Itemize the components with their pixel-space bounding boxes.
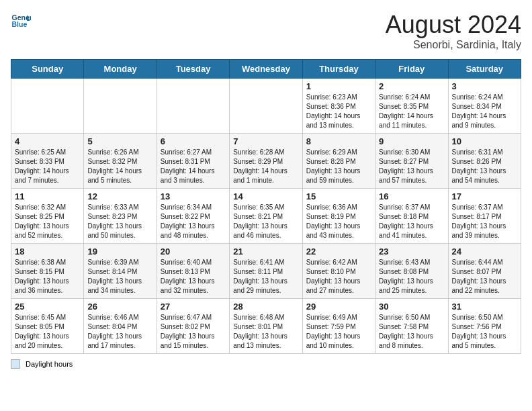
day-number: 27 bbox=[161, 302, 226, 312]
calendar-week-row: 25Sunrise: 6:45 AM Sunset: 8:05 PM Dayli… bbox=[11, 299, 521, 354]
calendar-table: SundayMondayTuesdayWednesdayThursdayFrid… bbox=[11, 59, 521, 354]
day-info: Sunrise: 6:37 AM Sunset: 8:18 PM Dayligh… bbox=[379, 203, 444, 240]
empty-day bbox=[84, 79, 157, 134]
legend-box bbox=[11, 359, 20, 369]
day-info: Sunrise: 6:30 AM Sunset: 8:27 PM Dayligh… bbox=[379, 148, 444, 185]
calendar-day-1: 1Sunrise: 6:23 AM Sunset: 8:36 PM Daylig… bbox=[302, 79, 375, 134]
calendar-day-26: 26Sunrise: 6:46 AM Sunset: 8:04 PM Dayli… bbox=[84, 299, 157, 354]
day-number: 24 bbox=[452, 246, 517, 257]
day-info: Sunrise: 6:32 AM Sunset: 8:25 PM Dayligh… bbox=[15, 203, 80, 240]
day-number: 17 bbox=[452, 191, 517, 201]
calendar-day-20: 20Sunrise: 6:40 AM Sunset: 8:13 PM Dayli… bbox=[157, 244, 229, 299]
day-info: Sunrise: 6:42 AM Sunset: 8:10 PM Dayligh… bbox=[306, 258, 371, 295]
day-number: 30 bbox=[379, 302, 444, 312]
empty-day bbox=[11, 79, 84, 134]
day-info: Sunrise: 6:50 AM Sunset: 7:56 PM Dayligh… bbox=[452, 313, 517, 351]
calendar-week-row: 1Sunrise: 6:23 AM Sunset: 8:36 PM Daylig… bbox=[11, 79, 521, 134]
day-number: 6 bbox=[161, 136, 226, 146]
calendar-day-6: 6Sunrise: 6:27 AM Sunset: 8:31 PM Daylig… bbox=[157, 134, 229, 189]
day-number: 18 bbox=[15, 246, 80, 257]
day-number: 19 bbox=[87, 246, 152, 257]
day-number: 9 bbox=[379, 136, 444, 146]
weekday-header-sunday: Sunday bbox=[11, 60, 84, 79]
day-info: Sunrise: 6:41 AM Sunset: 8:11 PM Dayligh… bbox=[233, 258, 298, 295]
logo-icon: General Blue bbox=[11, 11, 31, 31]
calendar-day-24: 24Sunrise: 6:44 AM Sunset: 8:07 PM Dayli… bbox=[448, 244, 521, 299]
calendar-day-18: 18Sunrise: 6:38 AM Sunset: 8:15 PM Dayli… bbox=[11, 244, 84, 299]
day-info: Sunrise: 6:50 AM Sunset: 7:58 PM Dayligh… bbox=[379, 313, 444, 351]
day-number: 13 bbox=[161, 191, 226, 201]
day-number: 11 bbox=[15, 191, 80, 201]
empty-day bbox=[230, 79, 302, 134]
day-info: Sunrise: 6:43 AM Sunset: 8:08 PM Dayligh… bbox=[379, 258, 444, 295]
calendar-day-15: 15Sunrise: 6:36 AM Sunset: 8:19 PM Dayli… bbox=[302, 189, 375, 244]
calendar-day-27: 27Sunrise: 6:47 AM Sunset: 8:02 PM Dayli… bbox=[157, 299, 229, 354]
day-number: 8 bbox=[306, 136, 371, 146]
weekday-header-friday: Friday bbox=[375, 60, 448, 79]
calendar-day-21: 21Sunrise: 6:41 AM Sunset: 8:11 PM Dayli… bbox=[230, 244, 302, 299]
calendar-day-4: 4Sunrise: 6:25 AM Sunset: 8:33 PM Daylig… bbox=[11, 134, 84, 189]
day-info: Sunrise: 6:26 AM Sunset: 8:32 PM Dayligh… bbox=[87, 148, 152, 185]
empty-day bbox=[157, 79, 229, 134]
day-info: Sunrise: 6:34 AM Sunset: 8:22 PM Dayligh… bbox=[161, 203, 226, 240]
day-number: 16 bbox=[379, 191, 444, 201]
day-info: Sunrise: 6:29 AM Sunset: 8:28 PM Dayligh… bbox=[306, 148, 371, 185]
calendar-day-9: 9Sunrise: 6:30 AM Sunset: 8:27 PM Daylig… bbox=[375, 134, 448, 189]
day-info: Sunrise: 6:49 AM Sunset: 7:59 PM Dayligh… bbox=[306, 313, 371, 351]
calendar-day-28: 28Sunrise: 6:48 AM Sunset: 8:01 PM Dayli… bbox=[230, 299, 302, 354]
day-info: Sunrise: 6:31 AM Sunset: 8:26 PM Dayligh… bbox=[452, 148, 517, 185]
day-info: Sunrise: 6:23 AM Sunset: 8:36 PM Dayligh… bbox=[306, 93, 371, 130]
day-info: Sunrise: 6:37 AM Sunset: 8:17 PM Dayligh… bbox=[452, 203, 517, 240]
weekday-header-row: SundayMondayTuesdayWednesdayThursdayFrid… bbox=[11, 60, 521, 79]
svg-text:Blue: Blue bbox=[12, 20, 28, 28]
day-info: Sunrise: 6:46 AM Sunset: 8:04 PM Dayligh… bbox=[87, 313, 152, 351]
calendar-day-14: 14Sunrise: 6:35 AM Sunset: 8:21 PM Dayli… bbox=[230, 189, 302, 244]
calendar-week-row: 18Sunrise: 6:38 AM Sunset: 8:15 PM Dayli… bbox=[11, 244, 521, 299]
calendar-day-13: 13Sunrise: 6:34 AM Sunset: 8:22 PM Dayli… bbox=[157, 189, 229, 244]
day-info: Sunrise: 6:24 AM Sunset: 8:35 PM Dayligh… bbox=[379, 93, 444, 130]
day-number: 12 bbox=[87, 191, 152, 201]
calendar-day-17: 17Sunrise: 6:37 AM Sunset: 8:17 PM Dayli… bbox=[448, 189, 521, 244]
calendar-day-7: 7Sunrise: 6:28 AM Sunset: 8:29 PM Daylig… bbox=[230, 134, 302, 189]
logo: General Blue bbox=[11, 11, 31, 31]
day-number: 5 bbox=[87, 136, 152, 146]
page-header: General Blue August 2024 Senorbi, Sardin… bbox=[11, 11, 521, 51]
calendar-day-5: 5Sunrise: 6:26 AM Sunset: 8:32 PM Daylig… bbox=[84, 134, 157, 189]
calendar-day-19: 19Sunrise: 6:39 AM Sunset: 8:14 PM Dayli… bbox=[84, 244, 157, 299]
weekday-header-thursday: Thursday bbox=[302, 60, 375, 79]
weekday-header-tuesday: Tuesday bbox=[157, 60, 229, 79]
calendar-day-22: 22Sunrise: 6:42 AM Sunset: 8:10 PM Dayli… bbox=[302, 244, 375, 299]
day-info: Sunrise: 6:27 AM Sunset: 8:31 PM Dayligh… bbox=[161, 148, 226, 185]
subtitle: Senorbi, Sardinia, Italy bbox=[386, 39, 521, 51]
day-number: 14 bbox=[233, 191, 298, 201]
day-number: 10 bbox=[452, 136, 517, 146]
calendar-day-8: 8Sunrise: 6:29 AM Sunset: 8:28 PM Daylig… bbox=[302, 134, 375, 189]
title-block: August 2024 Senorbi, Sardinia, Italy bbox=[386, 11, 521, 51]
day-number: 4 bbox=[15, 136, 80, 146]
day-number: 25 bbox=[15, 302, 80, 312]
day-number: 26 bbox=[87, 302, 152, 312]
weekday-header-wednesday: Wednesday bbox=[230, 60, 302, 79]
day-info: Sunrise: 6:44 AM Sunset: 8:07 PM Dayligh… bbox=[452, 258, 517, 295]
day-number: 29 bbox=[306, 302, 371, 312]
calendar-week-row: 4Sunrise: 6:25 AM Sunset: 8:33 PM Daylig… bbox=[11, 134, 521, 189]
day-info: Sunrise: 6:24 AM Sunset: 8:34 PM Dayligh… bbox=[452, 93, 517, 130]
day-info: Sunrise: 6:47 AM Sunset: 8:02 PM Dayligh… bbox=[161, 313, 226, 351]
day-number: 28 bbox=[233, 302, 298, 312]
day-info: Sunrise: 6:36 AM Sunset: 8:19 PM Dayligh… bbox=[306, 203, 371, 240]
calendar-day-12: 12Sunrise: 6:33 AM Sunset: 8:23 PM Dayli… bbox=[84, 189, 157, 244]
calendar-day-31: 31Sunrise: 6:50 AM Sunset: 7:56 PM Dayli… bbox=[448, 299, 521, 354]
calendar-day-2: 2Sunrise: 6:24 AM Sunset: 8:35 PM Daylig… bbox=[375, 79, 448, 134]
day-number: 20 bbox=[161, 246, 226, 257]
day-info: Sunrise: 6:38 AM Sunset: 8:15 PM Dayligh… bbox=[15, 258, 80, 295]
day-number: 1 bbox=[306, 81, 371, 91]
day-number: 22 bbox=[306, 246, 371, 257]
calendar-day-23: 23Sunrise: 6:43 AM Sunset: 8:08 PM Dayli… bbox=[375, 244, 448, 299]
legend-label: Daylight hours bbox=[26, 360, 73, 368]
day-number: 2 bbox=[379, 81, 444, 91]
day-number: 7 bbox=[233, 136, 298, 146]
day-info: Sunrise: 6:40 AM Sunset: 8:13 PM Dayligh… bbox=[161, 258, 226, 295]
calendar-day-30: 30Sunrise: 6:50 AM Sunset: 7:58 PM Dayli… bbox=[375, 299, 448, 354]
weekday-header-monday: Monday bbox=[84, 60, 157, 79]
calendar-day-10: 10Sunrise: 6:31 AM Sunset: 8:26 PM Dayli… bbox=[448, 134, 521, 189]
